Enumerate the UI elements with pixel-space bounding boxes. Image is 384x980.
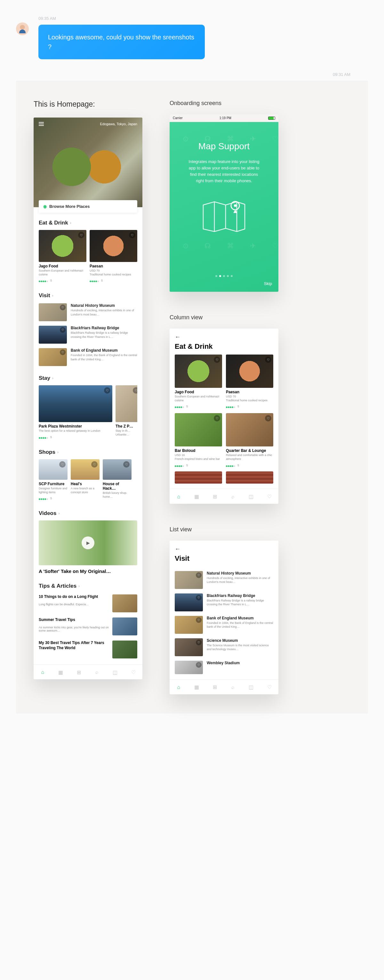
back-button[interactable]: ← [175,334,273,342]
tip-row-2[interactable]: Summer Travel TipsAs summer kicks into g… [39,617,137,635]
phone-homepage: Edogawa, Tokyo, Japan ◉ Browse More Plac… [33,118,143,679]
section-shops[interactable]: Shops › [39,449,137,455]
tip-row-1[interactable]: 10 Things to do on a Long FlightLong fli… [39,594,137,612]
browse-more-places-button[interactable]: ◉ Browse More Places [39,200,137,213]
favorite-icon[interactable]: ♡ [133,387,137,394]
visit-row-bank[interactable]: ♡ Bank of England MuseumFounded in 1694,… [39,348,137,366]
eat-card-jago[interactable]: ♡ Jago Food Southern European and Ashken… [39,230,86,283]
location-text: Edogawa, Tokyo, Japan [100,122,137,126]
cv-card-paesan[interactable]: ♡ Paesan USD 70 Traditional home cooked … [226,355,273,409]
phone-onboarding: Carrier 1:19 PM Map Support Integrates m… [170,115,278,292]
tip-row-3[interactable]: My 30 Best Travel Tips After 7 Years Tra… [39,641,137,659]
tab-camera[interactable]: ◫ [112,669,118,675]
tab-grid[interactable]: ▦ [194,684,200,690]
favorite-icon[interactable]: ♡ [196,662,202,668]
tab-grid[interactable]: ▦ [58,669,64,675]
rating: $ [226,404,273,409]
video-card[interactable]: ▶ A 'Softer' Take on My Original… [39,520,137,574]
favorite-icon[interactable]: ♡ [265,415,271,422]
reply-attachment-block: This is Homepage: Edogawa, Tokyo, Japan … [16,81,368,714]
rating: $ [39,278,86,283]
stay-card-park-plaza[interactable]: ♡ Park Plaza Westminster The best option… [39,385,112,440]
chevron-right-icon: › [70,221,71,225]
favorite-icon[interactable]: ♡ [59,461,66,468]
tab-grid[interactable]: ▦ [194,493,200,500]
chevron-right-icon: › [52,376,54,380]
tab-search[interactable]: ⌕ [230,684,236,690]
favorite-icon[interactable]: ♡ [196,595,202,600]
homepage-hero: Edogawa, Tokyo, Japan [33,118,143,207]
chevron-right-icon: › [57,450,59,455]
chat-bubble: Lookings awesome, could you show the sre… [38,25,205,59]
message-time: 09:35 AM [38,16,205,21]
favorite-icon[interactable]: ♡ [104,387,110,394]
favorite-icon[interactable]: ♡ [78,232,84,238]
tab-home[interactable]: ⌂ [175,493,182,500]
tab-camera[interactable]: ◫ [248,684,254,690]
back-button[interactable]: ← [175,546,273,554]
skip-button[interactable]: Skip [264,281,272,286]
visit-row-museum[interactable]: ♡ Natural History MuseumHundreds of exci… [39,303,137,321]
section-videos[interactable]: Videos › [39,510,137,517]
shop-card-heals[interactable]: ♡ Heal's A new branch as a concept store [71,459,100,501]
chevron-right-icon: › [78,584,80,588]
onboarding-desc: Integrates map feature into your listing… [186,159,262,185]
menu-icon[interactable] [39,124,44,124]
lv-row-science[interactable]: ♡ Science MuseumThe Science Museum is th… [175,638,273,656]
favorite-icon[interactable]: ♡ [60,349,66,355]
favorite-icon[interactable]: ♡ [214,356,220,363]
favorite-icon[interactable]: ♡ [129,232,135,238]
avatar [16,22,29,35]
eat-card-paesan[interactable]: ♡ Paesan USD 70 Traditional home cooked … [90,230,137,283]
section-visit[interactable]: Visit › [39,293,137,299]
favorite-icon[interactable]: ♡ [60,305,66,310]
visit-row-bridge[interactable]: ♡ Blackfriars Railway BridgeBlackfriars … [39,326,137,344]
phone-list-view: ← Visit ♡ Natural History MuseumHundreds… [170,541,278,694]
chevron-right-icon: › [52,293,54,298]
cv-card-peek[interactable] [175,471,222,484]
tab-map[interactable]: ⊞ [212,684,218,690]
rating: $ [175,463,222,468]
lv-row-wembley[interactable]: ♡ Wembley Stadium [175,661,273,674]
favorite-icon[interactable]: ♡ [123,461,130,468]
favorite-icon[interactable]: ♡ [196,572,202,578]
stay-card-z[interactable]: ♡ The Z P… Stay in th… Urbanite… [116,385,137,440]
cv-card-jago[interactable]: ♡ Jago Food Southern European and Ashken… [175,355,222,409]
page-dots [170,272,278,278]
lv-row-bank[interactable]: ♡ Bank of England MuseumFounded in 1694,… [175,616,273,634]
tab-home[interactable]: ⌂ [175,684,182,690]
favorite-icon[interactable]: ♡ [214,415,220,422]
tab-map[interactable]: ⊞ [212,493,218,500]
tab-search[interactable]: ⌕ [94,669,100,675]
tab-bar: ⌂ ▦ ⊞ ⌕ ◫ ♡ [170,679,278,694]
favorite-icon[interactable]: ♡ [196,617,202,623]
list-view-heading: List view [170,526,351,533]
section-stay[interactable]: Stay › [39,375,137,382]
cv-card-bar-boloud[interactable]: ♡ Bar Boloud USD 16 French-inspired bist… [175,413,222,468]
favorite-icon[interactable]: ♡ [265,356,271,363]
cv-card-peek[interactable] [226,471,273,484]
lv-row-museum[interactable]: ♡ Natural History MuseumHundreds of exci… [175,571,273,589]
tab-search[interactable]: ⌕ [230,493,236,500]
shop-card-hackney[interactable]: ♡ House of Hack… British luxury shop. ho… [103,459,132,501]
lv-row-bridge[interactable]: ♡ Blackfriars Railway BridgeBlackfriars … [175,593,273,611]
favorite-icon[interactable]: ♡ [60,327,66,333]
section-eat-drink[interactable]: Eat & Drink › [39,220,137,226]
shop-card-scp[interactable]: ♡ SCP Furniture Designer furniture and l… [39,459,68,501]
reply-time: 09:31 AM [16,72,368,77]
favorite-icon[interactable]: ♡ [196,640,202,645]
tab-camera[interactable]: ◫ [248,493,254,500]
tab-bar: ⌂ ▦ ⊞ ⌕ ◫ ♡ [170,489,278,504]
cv-card-quarter[interactable]: ♡ Quarter Bar & Lounge Relaxed and comfo… [226,413,273,468]
tab-home[interactable]: ⌂ [40,669,46,675]
onboarding-heading: Onboarding screens [170,100,351,107]
tab-favorites[interactable]: ♡ [130,669,136,675]
tab-favorites[interactable]: ♡ [266,493,273,500]
play-icon[interactable]: ▶ [82,536,94,549]
tab-map[interactable]: ⊞ [76,669,82,675]
column-view-title: Eat & Drink [175,342,273,355]
tab-favorites[interactable]: ♡ [266,684,273,690]
pin-icon: ◉ [43,204,47,209]
favorite-icon[interactable]: ♡ [91,461,98,468]
section-tips[interactable]: Tips & Articles › [39,583,137,589]
